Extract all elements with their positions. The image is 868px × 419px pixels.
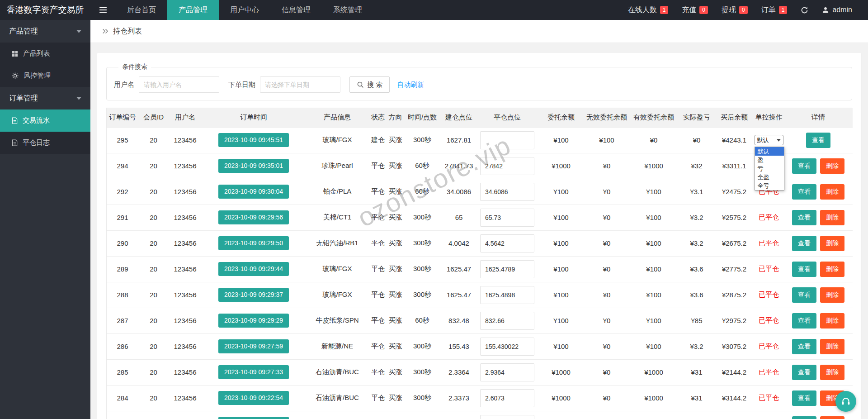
order-id-cell: 284 [107, 385, 138, 411]
username-input[interactable] [139, 76, 219, 93]
sidebar-item[interactable]: 风控管理 [0, 65, 90, 87]
username-cell: 123456 [169, 359, 202, 385]
control-select[interactable]: 默认默认盈亏全盈全亏 [755, 135, 783, 145]
product-cell: 玻璃/FGX [306, 256, 369, 282]
select-option[interactable]: 全亏 [755, 181, 784, 190]
delete-button[interactable]: 删除 [820, 262, 844, 277]
close-point-input[interactable] [480, 131, 534, 149]
select-option[interactable]: 亏 [755, 164, 784, 173]
sidebar-submenu: 产品列表风控管理 [0, 43, 90, 87]
delete-button[interactable]: 删除 [820, 184, 844, 200]
open-point-cell: 2.3364 [441, 359, 477, 385]
header-stat[interactable]: 充值0 [675, 0, 715, 20]
admin-user-menu[interactable]: admin [815, 0, 859, 20]
select-option[interactable]: 盈 [755, 156, 784, 164]
entrust-balance-cell: ¥100 [538, 333, 585, 359]
view-button[interactable]: 查看 [792, 184, 816, 200]
direction-cell: 买涨 [387, 359, 404, 385]
view-button[interactable]: 查看 [792, 365, 816, 380]
view-button[interactable]: 查看 [792, 313, 816, 329]
delete-button[interactable]: 删除 [820, 210, 844, 225]
close-point-input[interactable] [480, 234, 534, 252]
member-id-cell: 20 [138, 127, 169, 153]
top-nav-tab[interactable]: 用户中心 [219, 0, 270, 20]
select-option[interactable]: 全盈 [755, 173, 784, 181]
search-icon [357, 81, 364, 88]
entrust-balance-cell: ¥1000 [538, 385, 585, 411]
view-button[interactable]: 查看 [792, 262, 816, 277]
search-button[interactable]: 搜 索 [349, 76, 390, 93]
column-header: 会员ID [138, 108, 169, 127]
close-point-input[interactable] [480, 389, 534, 407]
sidebar-item[interactable]: 交易流水 [0, 110, 90, 132]
product-cell: 石油沥青/BUC [306, 385, 369, 411]
view-button[interactable]: 查看 [806, 133, 830, 148]
order-time-cell: 2023-10-09 09:27:33 [202, 359, 306, 385]
close-point-input[interactable] [480, 209, 534, 227]
header-stat[interactable]: 订单1 [755, 0, 794, 20]
duration-cell: 60秒 [404, 179, 441, 205]
close-point-input[interactable] [480, 183, 534, 201]
refresh-icon [801, 6, 808, 14]
close-point-input[interactable] [480, 338, 534, 356]
member-id-cell: 20 [138, 230, 169, 256]
open-point-cell: 34.0086 [441, 179, 477, 205]
order-time-cell: 2023-10-09 09:30:04 [202, 179, 306, 205]
close-point-cell [477, 153, 538, 179]
top-nav-tab[interactable]: 产品管理 [167, 0, 219, 20]
close-point-input[interactable] [480, 312, 534, 330]
close-point-input[interactable] [480, 157, 534, 175]
hamburger-menu-button[interactable] [90, 0, 116, 20]
order-time-badge: 2023-10-09 09:45:51 [218, 133, 289, 147]
invalid-entrust-balance-cell: ¥0 [585, 359, 629, 385]
username-cell: 123456 [169, 153, 202, 179]
view-button[interactable]: 查看 [792, 390, 816, 406]
order-date-input[interactable] [260, 76, 340, 93]
close-point-input[interactable] [480, 415, 534, 419]
auto-refresh-link[interactable]: 自动刷新 [397, 81, 424, 89]
close-point-input[interactable] [480, 260, 534, 278]
order-time-cell: 2023-10-09 09:35:01 [202, 153, 306, 179]
close-point-input[interactable] [480, 363, 534, 381]
view-button[interactable]: 查看 [792, 158, 816, 174]
close-point-input[interactable] [480, 286, 534, 304]
view-button[interactable]: 查看 [792, 236, 816, 251]
header-stat[interactable]: 提现0 [715, 0, 755, 20]
actual-profit-cell: ¥3.2 [679, 411, 715, 419]
balance-after-cell: ¥2775.2 [715, 256, 754, 282]
delete-button[interactable]: 删除 [820, 313, 844, 329]
sidebar-group-title[interactable]: 订单管理 [0, 87, 90, 110]
sidebar-group-label: 产品管理 [9, 27, 38, 36]
customer-service-float-button[interactable] [835, 391, 856, 412]
notification-badge: 1 [660, 6, 669, 14]
top-nav-tab[interactable]: 系统管理 [322, 0, 373, 20]
view-button[interactable]: 查看 [792, 287, 816, 303]
view-button[interactable]: 查看 [792, 339, 816, 354]
top-nav-tab[interactable]: 信息管理 [270, 0, 322, 20]
order-time-badge: 2023-10-09 09:27:59 [218, 339, 289, 353]
delete-button[interactable]: 删除 [820, 416, 844, 419]
delete-button[interactable]: 删除 [820, 365, 844, 380]
delete-button[interactable]: 删除 [820, 339, 844, 354]
main-content: 条件搜索 用户名 下单日期 搜 索 自动刷新 订单编号会员ID用户名订单时间 [90, 43, 868, 419]
sidebar-item[interactable]: 平仓日志 [0, 132, 90, 154]
sidebar-group-title[interactable]: 产品管理 [0, 20, 90, 43]
positions-panel: 条件搜索 用户名 下单日期 搜 索 自动刷新 订单编号会员ID用户名订单时间 [97, 53, 861, 419]
duration-cell: 60秒 [404, 153, 441, 179]
view-button[interactable]: 查看 [792, 210, 816, 225]
member-id-cell: 20 [138, 153, 169, 179]
top-nav-tab[interactable]: 后台首页 [116, 0, 167, 20]
delete-button[interactable]: 删除 [820, 236, 844, 251]
order-id-cell: 289 [107, 256, 138, 282]
product-cell: 无铅汽油/RB1 [306, 230, 369, 256]
view-button[interactable]: 查看 [792, 416, 816, 419]
refresh-button[interactable] [794, 0, 815, 20]
header-stat[interactable]: 在线人数1 [621, 0, 675, 20]
table-row: 283201234562023-10-09 09:21:20宝石/Gemston… [107, 411, 853, 419]
sidebar-item[interactable]: 产品列表 [0, 43, 90, 65]
actual-profit-cell: ¥3.2 [679, 230, 715, 256]
closed-status-label: 已平仓 [759, 316, 779, 324]
select-option[interactable]: 默认 [755, 147, 784, 156]
delete-button[interactable]: 删除 [820, 287, 844, 303]
delete-button[interactable]: 删除 [820, 158, 844, 174]
